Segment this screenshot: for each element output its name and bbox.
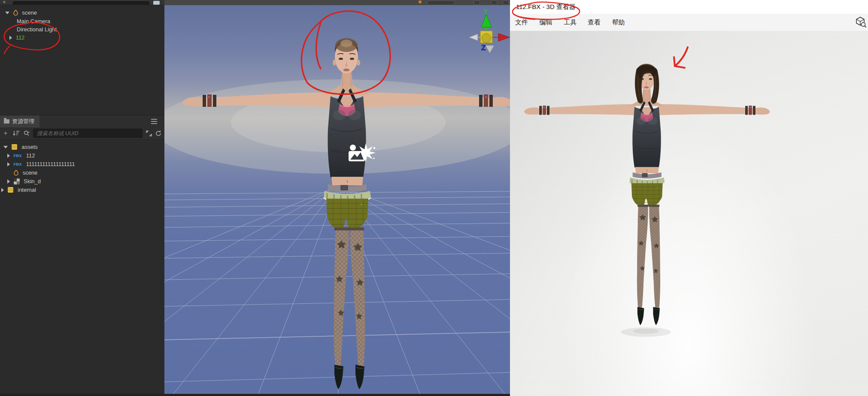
fbx-badge-icon: FBX: [14, 152, 22, 160]
node-label: 112: [16, 34, 25, 41]
texture-thumbnail-icon: [14, 178, 20, 184]
asset-label: internal: [18, 187, 36, 193]
expand-caret-icon[interactable]: [7, 154, 10, 158]
asset-item-assets[interactable]: assets: [0, 143, 168, 151]
cube-magnifier-icon[interactable]: [855, 16, 866, 27]
assets-panel-tab[interactable]: 资源管理器: [0, 115, 39, 127]
hierarchy-toolbar-icon[interactable]: [153, 1, 160, 5]
scene-toolbar-icon[interactable]: [474, 0, 480, 5]
refresh-icon[interactable]: [155, 130, 161, 136]
hierarchy-toolbar: +: [0, 0, 164, 5]
editor-left-panels: + scene Main Camera Directional Light: [0, 0, 165, 396]
asset-item-scene[interactable]: scene: [0, 169, 178, 177]
asset-label: 112: [26, 152, 35, 159]
create-asset-icon[interactable]: +: [4, 130, 7, 136]
menu-edit[interactable]: 编辑: [539, 14, 552, 31]
menu-view[interactable]: 查看: [588, 14, 601, 31]
add-node-icon[interactable]: +: [3, 0, 6, 5]
viewer-window-title: 112.FBX - 3D 查看器: [516, 3, 576, 10]
scene-flame-icon: [13, 10, 18, 15]
asset-label: 111111111111111111: [26, 161, 75, 167]
asset-item-internal[interactable]: internal: [0, 186, 166, 194]
editor-window: + scene Main Camera Directional Light: [0, 0, 510, 396]
assets-search-input[interactable]: [33, 129, 143, 138]
expand-caret-icon[interactable]: [7, 162, 10, 166]
screenshot-root: + scene Main Camera Directional Light: [0, 0, 868, 396]
expand-caret-icon[interactable]: [1, 188, 4, 192]
folder-icon: [4, 119, 9, 124]
hierarchy-search-input[interactable]: [13, 1, 149, 5]
search-filter-icon[interactable]: [24, 130, 31, 136]
database-icon: [8, 187, 13, 193]
asset-label: Skin_d: [24, 178, 41, 184]
node-label: scene: [22, 9, 37, 16]
hierarchy-item-scene[interactable]: scene: [0, 9, 170, 17]
hierarchy-item-directional-light[interactable]: Directional Light: [0, 25, 181, 33]
panel-menu-icon[interactable]: [151, 119, 157, 124]
assets-toolbar: +: [0, 127, 164, 140]
viewer-titlebar: 112.FBX - 3D 查看器: [510, 0, 868, 14]
asset-label: assets: [21, 144, 38, 150]
node-label: Main Camera: [17, 18, 50, 24]
menu-help[interactable]: 帮助: [612, 14, 625, 31]
scene-toolbar-icon[interactable]: [491, 0, 497, 5]
menu-file[interactable]: 文件: [515, 14, 528, 31]
scene-toolbar-icon[interactable]: [503, 0, 509, 5]
collapse-all-icon[interactable]: [146, 130, 152, 136]
database-icon: [12, 144, 17, 150]
scene-toolbar-dropdown[interactable]: [427, 0, 455, 5]
gear-icon[interactable]: [419, 0, 422, 3]
hierarchy-item-main-camera[interactable]: Main Camera: [0, 17, 181, 25]
asset-label: scene: [23, 169, 38, 176]
assets-panel-header: 资源管理器: [0, 115, 164, 128]
asset-item-112[interactable]: FBX 112: [0, 151, 172, 160]
editor-bottom-edge: [0, 394, 510, 396]
node-label: Directional Light: [17, 26, 57, 33]
viewer-menubar: 文件 编辑 工具 查看 帮助: [510, 14, 868, 31]
fbx-badge-icon: FBX: [14, 160, 22, 169]
collapse-caret-icon[interactable]: [3, 146, 8, 148]
scene-viewport[interactable]: [164, 5, 510, 394]
expand-caret-icon[interactable]: [7, 179, 10, 184]
menu-tools[interactable]: 工具: [564, 14, 577, 31]
viewer-viewport[interactable]: [510, 31, 868, 396]
collapse-caret-icon[interactable]: [5, 12, 9, 14]
asset-item-ones[interactable]: FBX 111111111111111111: [0, 160, 172, 168]
asset-item-skin-d[interactable]: Skin_d: [0, 177, 172, 185]
expand-caret-icon[interactable]: [9, 36, 12, 40]
hierarchy-item-112[interactable]: 112: [0, 33, 174, 42]
scene-flame-icon: [14, 170, 18, 175]
sort-icon[interactable]: [13, 130, 20, 136]
